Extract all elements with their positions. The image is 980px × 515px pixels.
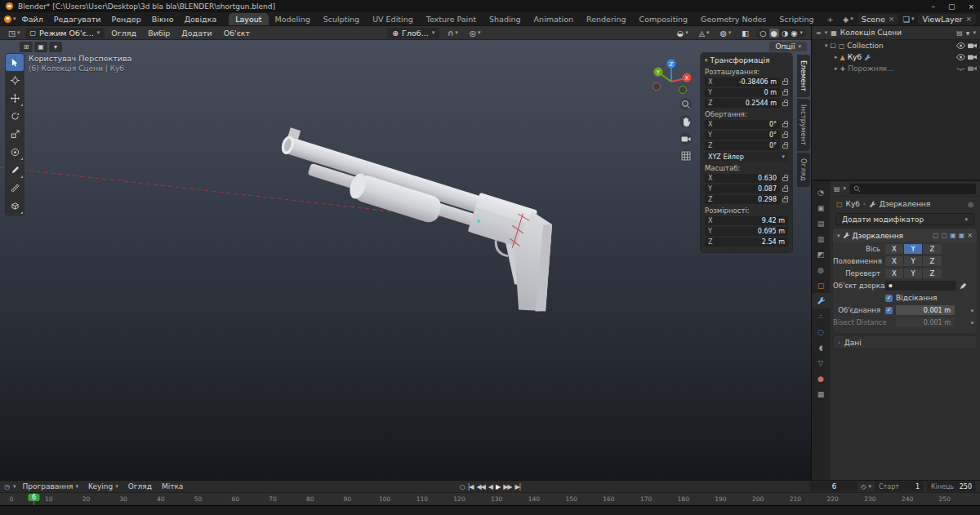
rotation-x-field[interactable]: X0° [705,120,780,129]
lock-icon[interactable] [782,144,788,149]
frame-start-field[interactable]: Старт1 [875,482,924,491]
expand-arrow-icon[interactable]: ▾ [825,42,828,49]
shading-dropdown-icon[interactable]: ▾ [800,29,803,36]
current-frame-field[interactable]: 6 [810,482,858,491]
properties-tab-material[interactable]: ● [812,371,830,386]
axis-x-toggle[interactable]: X [885,244,904,254]
properties-tab-object[interactable]: ▢ [812,277,830,293]
xray-toggle[interactable]: ◧ [738,28,752,38]
filter-dropdown-icon[interactable]: ▾ [973,29,976,36]
bisect-y-toggle[interactable]: Y [904,256,923,266]
menu-playback[interactable]: Програвання▾ [20,482,82,491]
display-edit-mode-icon[interactable]: ▢ [942,232,948,239]
bisect-z-toggle[interactable]: Z [923,256,942,266]
properties-tab-world[interactable]: ◍ [812,262,830,277]
tool-annotate[interactable] [6,162,24,179]
properties-tab-tool[interactable]: ◔ [812,184,830,200]
workspace-tab-animation[interactable]: Animation [528,13,580,25]
properties-tab-viewlayer[interactable]: ▥ [812,231,830,246]
filter-funnel-icon[interactable]: ▼ [966,30,970,36]
properties-tab-data[interactable]: ▽ [812,355,830,371]
toggle-perspective-icon[interactable] [679,149,692,162]
tool-options-button[interactable]: Опції▾ [769,42,807,51]
merge-distance-field[interactable]: 0.001 m [896,305,955,315]
hide-eye-icon[interactable] [956,54,965,60]
properties-tab-constraints[interactable]: ◖ [812,340,830,355]
location-x-field[interactable]: X-0.38406 m [705,78,780,87]
viewlayer-selector[interactable]: ViewLayer× [918,14,976,24]
prev-keyframe-icon[interactable]: ◀◀ [477,483,485,491]
viewlayer-remove-icon[interactable]: × [965,15,972,23]
tool-measure[interactable] [6,180,24,197]
hide-eye-icon[interactable] [956,42,965,49]
next-keyframe-icon[interactable]: ▶▶ [503,483,511,491]
timeline-editor-icon[interactable]: ◷ [4,483,10,491]
flip-x-toggle[interactable]: X [885,269,904,278]
rotation-y-field[interactable]: Y0° [705,131,780,140]
collapse-arrow-icon[interactable]: ▾ [705,57,708,64]
overlays-dropdown[interactable]: ◍▾ [717,28,735,38]
decorator-dot[interactable] [971,322,973,324]
disable-render-camera-icon[interactable] [968,54,977,60]
sidebar-tab-item[interactable]: Елемент [797,55,810,97]
location-y-field[interactable]: Y0 m [705,88,780,97]
workspace-tab-texturepaint[interactable]: Texture Paint [420,13,483,25]
dimensions-z-field[interactable]: Z2.54 m [705,238,788,246]
play-icon[interactable]: ▶ [496,483,500,491]
lock-icon[interactable] [782,91,788,95]
tool-cursor[interactable] [6,72,24,89]
outliner-row-cube[interactable]: ▸ ▲ Куб [812,51,980,63]
lock-icon[interactable] [782,81,788,85]
selection-mode-new-icon[interactable]: ⊞ [20,42,33,52]
viewport-3d[interactable]: ⊞ ▣ ▾ Користувач Перспектива (6) Колекці… [0,40,811,480]
minimize-button[interactable]: – [931,2,935,11]
editor-type-button[interactable]: ◳▾ [5,28,24,38]
hidden-eye-icon[interactable] [956,65,965,72]
decorator-dot[interactable] [971,309,973,312]
dimensions-x-field[interactable]: X9.42 m [705,216,788,225]
menu-help[interactable]: Довідка [180,14,222,24]
expand-arrow-icon[interactable]: ▸ [835,54,838,60]
shading-solid-icon[interactable]: ● [769,29,779,38]
scene-collection-label[interactable]: Колекція Сцени [840,29,902,37]
mode-dropdown[interactable]: ▢Режим Об'є...▾ [25,28,105,38]
collapse-arrow-icon[interactable]: ▾ [837,233,840,239]
display-on-cage-icon[interactable]: ▢ [933,232,939,239]
lock-icon[interactable] [782,198,788,202]
selection-mode-extend-icon[interactable]: ▣ [34,42,47,52]
tool-move[interactable] [6,90,24,107]
properties-search-input[interactable] [849,184,976,194]
proportional-edit-toggle[interactable]: ◎▾ [466,28,484,38]
disable-render-camera-icon[interactable] [968,42,977,49]
menu-render[interactable]: Рендер [106,14,145,24]
menu-object[interactable]: Об'єкт [219,28,255,38]
timeline-ruler[interactable]: 6 01020304050607080901001101201301401501… [0,492,980,505]
workspace-tab-sculpting[interactable]: Sculpting [317,13,366,25]
remove-modifier-icon[interactable]: × [967,232,973,239]
menu-window[interactable]: Вікно [147,14,179,24]
bisect-x-toggle[interactable]: X [885,256,904,266]
navigation-gizmo[interactable]: Z Y X [648,57,694,103]
workspace-tab-modeling[interactable]: Modeling [269,13,317,25]
jump-to-start-icon[interactable]: |◀ [468,483,474,491]
tool-transform[interactable] [6,144,24,161]
workspace-tab-geometrynodes[interactable]: Geometry Nodes [694,13,773,25]
properties-tab-modifiers[interactable] [812,293,830,309]
sidebar-tab-view[interactable]: Огляд [797,153,810,187]
lock-icon[interactable] [782,177,788,181]
properties-tab-texture[interactable]: ▦ [812,386,830,402]
shading-wireframe-icon[interactable]: ○ [760,29,766,38]
breadcrumb-modifier[interactable]: Дзеркалення [880,200,931,208]
axis-y-toggle[interactable]: Y [904,244,923,254]
keying-set-icon[interactable]: ◇ [861,483,865,491]
axis-z-toggle[interactable]: Z [923,244,942,254]
menu-add[interactable]: Додати [176,28,216,38]
pan-hand-icon[interactable] [679,115,692,127]
add-modifier-button[interactable]: Додати модифікатор ▾ [835,213,974,225]
tool-scale[interactable] [6,126,24,143]
workspace-tab-rendering[interactable]: Rendering [580,13,633,25]
scene-selector[interactable]: Scene× [858,14,899,24]
workspace-add-button[interactable]: + [821,13,840,25]
rotation-mode-dropdown[interactable]: XYZ Ейлер▾ [705,152,788,162]
expand-arrow-icon[interactable]: ▸ [835,65,838,72]
